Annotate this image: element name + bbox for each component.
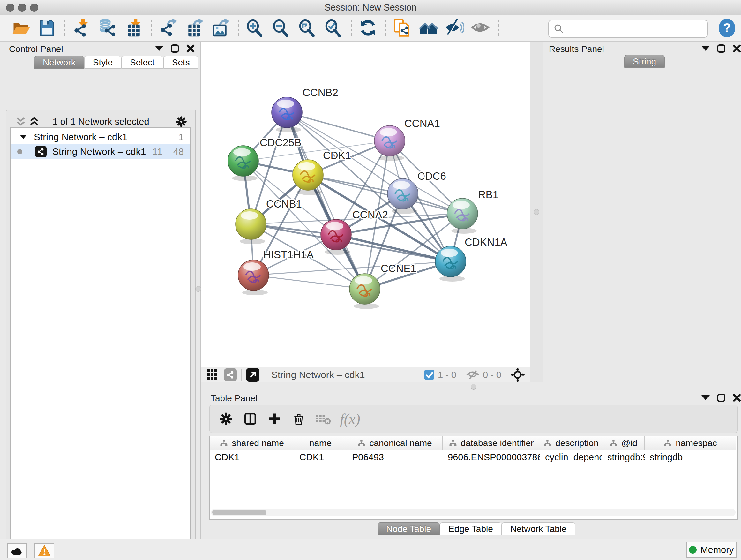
- clone-network-icon[interactable]: [392, 17, 413, 39]
- table-settings-gear-icon[interactable]: [215, 408, 237, 429]
- create-column-plus-icon[interactable]: [264, 408, 285, 429]
- export-image-icon[interactable]: [210, 17, 231, 39]
- node-HIST1H1A[interactable]: [238, 260, 269, 295]
- close-panel-icon[interactable]: [186, 44, 195, 53]
- hidden-eye-slash-icon[interactable]: [466, 369, 480, 380]
- close-panel-icon[interactable]: [733, 394, 741, 402]
- node-CCNA1[interactable]: [374, 125, 405, 161]
- save-session-icon[interactable]: [37, 17, 57, 39]
- detach-view-button[interactable]: [246, 368, 259, 381]
- table-cell[interactable]: CDK1: [210, 450, 294, 464]
- open-session-icon[interactable]: [10, 17, 31, 39]
- tab-style[interactable]: Style: [84, 56, 121, 69]
- table-hscrollbar[interactable]: [211, 509, 736, 516]
- network-options-gear-icon[interactable]: [175, 115, 188, 128]
- node-CCNB2[interactable]: [272, 97, 302, 132]
- vertical-splitter[interactable]: [530, 42, 542, 382]
- table-tabs: Node TableEdge TableNetwork Table: [378, 522, 576, 535]
- float-panel-icon[interactable]: [717, 44, 726, 53]
- show-columns-icon[interactable]: [240, 408, 261, 429]
- node-CCNE1[interactable]: [349, 273, 380, 309]
- node-table: shared namenamecanonical namedatabase id…: [209, 436, 738, 520]
- node-label-CDC25B: CDC25B: [260, 137, 301, 148]
- network-overview-toggle[interactable]: [224, 368, 237, 381]
- collapse-panel-icon[interactable]: [155, 46, 163, 51]
- results-panel-title: Results Panel: [549, 44, 604, 54]
- network-manager-panel: 1 of 1 Network selected String Network –…: [6, 110, 196, 560]
- tab-edge-table[interactable]: Edge Table: [440, 522, 502, 535]
- delete-column-trash-icon[interactable]: [288, 408, 309, 429]
- import-table-file-icon[interactable]: [123, 17, 144, 39]
- table-cell[interactable]: CDK1: [294, 450, 347, 464]
- node-label-RB1: RB1: [478, 189, 498, 200]
- tab-sets[interactable]: Sets: [163, 56, 199, 69]
- warnings-button[interactable]: [35, 543, 54, 558]
- cloud-status-button[interactable]: [7, 543, 27, 558]
- help-button[interactable]: ?: [718, 18, 736, 38]
- node-label-CCNA2: CCNA2: [352, 209, 388, 221]
- edge-count: 48: [173, 146, 184, 157]
- node-CCNA2[interactable]: [321, 219, 351, 255]
- table-cell[interactable]: cyclin–dependent ...: [540, 450, 602, 464]
- tab-node-table[interactable]: Node Table: [378, 522, 440, 535]
- zoom-out-icon[interactable]: [271, 17, 292, 39]
- network-canvas[interactable]: CCNB2CCNA1CDC25BCDK1CDC6RB1CCNB1CCNA2CDK…: [201, 42, 530, 367]
- zoom-fit-icon[interactable]: [297, 17, 318, 39]
- node-CDC25B[interactable]: [228, 145, 259, 181]
- table-row[interactable]: CDK1CDK1P064939606.ENSP00000378699cyclin…: [210, 450, 736, 464]
- import-network-database-icon[interactable]: [97, 17, 118, 39]
- birds-eye-grid-icon[interactable]: [206, 369, 218, 381]
- tab-string[interactable]: String: [624, 55, 665, 68]
- export-network-icon[interactable]: [158, 17, 179, 39]
- column-header-description[interactable]: description: [540, 436, 602, 450]
- fit-content-crosshair-icon[interactable]: [511, 368, 525, 382]
- tree-caret-icon[interactable]: [20, 135, 27, 139]
- column-header-name[interactable]: name: [294, 436, 347, 450]
- selected-counter: 1 - 0: [438, 370, 456, 380]
- scrollbar-thumb[interactable]: [212, 509, 266, 515]
- float-panel-icon[interactable]: [171, 44, 179, 53]
- collapse-panel-icon[interactable]: [701, 46, 710, 51]
- node-label-CCNE1: CCNE1: [381, 262, 416, 274]
- memory-status-dot: [689, 546, 697, 554]
- refresh-view-icon[interactable]: [357, 17, 379, 39]
- column-header-shared-name[interactable]: shared name: [210, 436, 294, 450]
- node-label-CCNA1: CCNA1: [404, 118, 440, 129]
- table-header-row: shared namenamecanonical namedatabase id…: [210, 436, 736, 450]
- memory-button[interactable]: Memory: [686, 542, 737, 558]
- selected-checkbox-icon[interactable]: [424, 369, 434, 380]
- tab-network-table[interactable]: Network Table: [502, 522, 576, 535]
- edge-CCNE1-HIST1H1A[interactable]: [253, 275, 365, 289]
- tab-network[interactable]: Network: [34, 56, 84, 69]
- table-cell[interactable]: stringdb: [645, 450, 736, 464]
- close-panel-icon[interactable]: [733, 44, 741, 53]
- network-row-selected[interactable]: String Network – cdk1 11 48: [11, 144, 190, 159]
- float-panel-icon[interactable]: [717, 393, 726, 402]
- warning-icon: [38, 545, 51, 557]
- show-all-views-icon[interactable]: [418, 17, 439, 39]
- import-network-file-icon[interactable]: [71, 17, 92, 39]
- show-hidden-icon[interactable]: [470, 17, 491, 39]
- zoom-in-icon[interactable]: [245, 17, 266, 39]
- zoom-selected-icon[interactable]: [323, 17, 344, 39]
- column-header-namespac[interactable]: namespac: [645, 436, 736, 450]
- network-collection-row[interactable]: String Network – cdk1 1: [11, 130, 190, 144]
- table-cell[interactable]: stringdb:9...: [602, 450, 645, 464]
- column-header--id[interactable]: @id: [602, 436, 645, 450]
- node-CCNB1[interactable]: [235, 209, 266, 244]
- search-input[interactable]: [567, 23, 707, 34]
- node-CDKN1A[interactable]: [435, 246, 466, 282]
- table-cell[interactable]: 9606.ENSP00000378699: [443, 450, 540, 464]
- tab-select[interactable]: Select: [121, 56, 163, 69]
- collapse-panel-icon[interactable]: [701, 395, 710, 400]
- search-box[interactable]: [548, 20, 708, 38]
- svg-text:?: ?: [723, 21, 731, 35]
- network-view-toolbar: String Network – cdk1 1 - 0 0 - 0: [201, 367, 530, 383]
- node-RB1[interactable]: [447, 198, 478, 234]
- hide-selected-icon[interactable]: [444, 17, 465, 39]
- export-table-icon[interactable]: [184, 17, 205, 39]
- column-header-canonical-name[interactable]: canonical name: [347, 436, 443, 450]
- column-header-database-identifier[interactable]: database identifier: [443, 436, 540, 450]
- left-splitter-dot[interactable]: [195, 286, 201, 292]
- table-cell[interactable]: P06493: [347, 450, 443, 464]
